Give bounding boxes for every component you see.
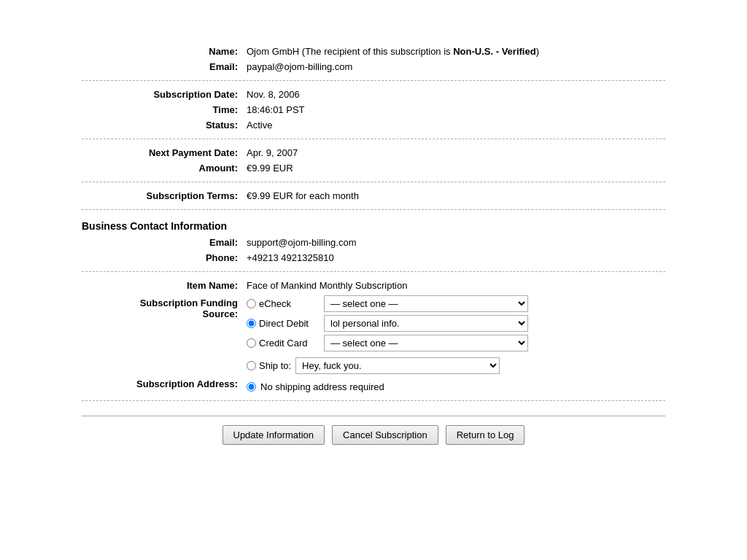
email-row: Email: paypal@ojom-billing.com [82, 59, 665, 74]
next-payment-value: Apr. 9, 2007 [242, 145, 665, 160]
terms-row: Subscription Terms: €9.99 EUR for each m… [82, 188, 665, 203]
business-phone-label: Phone: [82, 250, 242, 265]
item-name-value: Face of Mankind Monthly Subscription [242, 278, 665, 293]
ship-select[interactable]: Hey, fuck you. [295, 357, 500, 374]
business-phone-row: Phone: +49213 4921325810 [82, 250, 665, 265]
divider-3 [82, 182, 665, 182]
terms-table: Subscription Terms: €9.99 EUR for each m… [82, 188, 665, 203]
credit-card-select[interactable]: — select one — [324, 335, 528, 351]
next-payment-label: Next Payment Date: [82, 145, 242, 160]
business-phone-value: +49213 4921325810 [242, 250, 665, 265]
credit-card-label[interactable]: Credit Card [247, 338, 320, 349]
name-row: Name: Ojom GmbH (The recipient of this s… [82, 44, 665, 59]
item-table: Item Name: Face of Mankind Monthly Subsc… [82, 278, 665, 394]
business-heading: Business Contact Information [82, 216, 665, 235]
status-row: Status: Active [82, 117, 665, 133]
no-shipping-row: No shipping address required [247, 381, 661, 392]
direct-debit-funding-row: Direct Debit lol personal info. [247, 315, 661, 332]
ship-label-text: Ship to: [259, 360, 291, 371]
page-container: Name: Ojom GmbH (The recipient of this s… [82, 44, 665, 445]
echeck-radio[interactable] [247, 299, 256, 308]
time-row: Time: 18:46:01 PST [82, 102, 665, 117]
amount-label: Amount: [82, 160, 242, 176]
sub-date-value: Nov. 8, 2006 [242, 87, 665, 102]
no-shipping-text: No shipping address required [260, 381, 384, 392]
no-ship-radio[interactable] [247, 382, 256, 392]
name-value: Ojom GmbH (The recipient of this subscri… [242, 44, 665, 59]
echeck-text: eCheck [259, 298, 291, 309]
item-name-row: Item Name: Face of Mankind Monthly Subsc… [82, 278, 665, 293]
ship-row: Ship to: Hey, fuck you. [247, 357, 661, 374]
funding-section: eCheck — select one — Direct Debit lol p… [242, 293, 665, 376]
business-table: Email: support@ojom-billing.com Phone: +… [82, 235, 665, 265]
terms-label: Subscription Terms: [82, 188, 242, 203]
credit-card-radio[interactable] [247, 338, 256, 348]
direct-debit-radio[interactable] [247, 319, 256, 328]
status-value: Active [242, 117, 665, 133]
cancel-button[interactable]: Cancel Subscription [332, 425, 438, 445]
divider-6 [82, 400, 665, 401]
divider-1 [82, 80, 665, 81]
credit-card-text: Credit Card [259, 338, 307, 349]
ship-label[interactable]: Ship to: [247, 360, 291, 371]
address-row: Subscription Address: No shipping addres… [82, 376, 665, 394]
name-label: Name: [82, 44, 242, 59]
button-row: Update Information Cancel Subscription R… [82, 416, 665, 445]
address-section: No shipping address required [242, 376, 665, 394]
amount-row: Amount: €9.99 EUR [82, 160, 665, 176]
time-label: Time: [82, 102, 242, 117]
divider-2 [82, 139, 665, 139]
status-label: Status: [82, 117, 242, 133]
email-label: Email: [82, 59, 242, 74]
echeck-funding-row: eCheck — select one — [247, 295, 661, 312]
business-email-value: support@ojom-billing.com [242, 235, 665, 250]
direct-debit-text: Direct Debit [259, 318, 309, 329]
credit-card-funding-row: Credit Card — select one — [247, 335, 661, 351]
name-suffix: ) [536, 46, 539, 57]
info-table: Name: Ojom GmbH (The recipient of this s… [82, 44, 665, 74]
funding-label: Subscription FundingSource: [82, 293, 242, 376]
direct-debit-label[interactable]: Direct Debit [247, 318, 320, 329]
item-name-label: Item Name: [82, 278, 242, 293]
name-prefix: Ojom GmbH (The recipient of this subscri… [247, 46, 453, 57]
subscription-table: Subscription Date: Nov. 8, 2006 Time: 18… [82, 87, 665, 133]
terms-value: €9.99 EUR for each month [242, 188, 665, 203]
update-button[interactable]: Update Information [222, 425, 325, 445]
echeck-select[interactable]: — select one — [324, 295, 528, 312]
email-value: paypal@ojom-billing.com [242, 59, 665, 74]
sub-date-label: Subscription Date: [82, 87, 242, 102]
payment-table: Next Payment Date: Apr. 9, 2007 Amount: … [82, 145, 665, 176]
business-email-row: Email: support@ojom-billing.com [82, 235, 665, 250]
return-button[interactable]: Return to Log [446, 425, 525, 445]
divider-5 [82, 271, 665, 272]
amount-value: €9.99 EUR [242, 160, 665, 176]
ship-radio[interactable] [247, 361, 256, 370]
next-payment-row: Next Payment Date: Apr. 9, 2007 [82, 145, 665, 160]
direct-debit-select[interactable]: lol personal info. [324, 315, 528, 332]
echeck-label[interactable]: eCheck [247, 298, 320, 309]
address-label: Subscription Address: [82, 376, 242, 394]
divider-4 [82, 209, 665, 210]
funding-row-outer: Subscription FundingSource: eCheck — sel… [82, 293, 665, 376]
name-bold: Non-U.S. - Verified [453, 46, 535, 57]
sub-date-row: Subscription Date: Nov. 8, 2006 [82, 87, 665, 102]
business-email-label: Email: [82, 235, 242, 250]
time-value: 18:46:01 PST [242, 102, 665, 117]
